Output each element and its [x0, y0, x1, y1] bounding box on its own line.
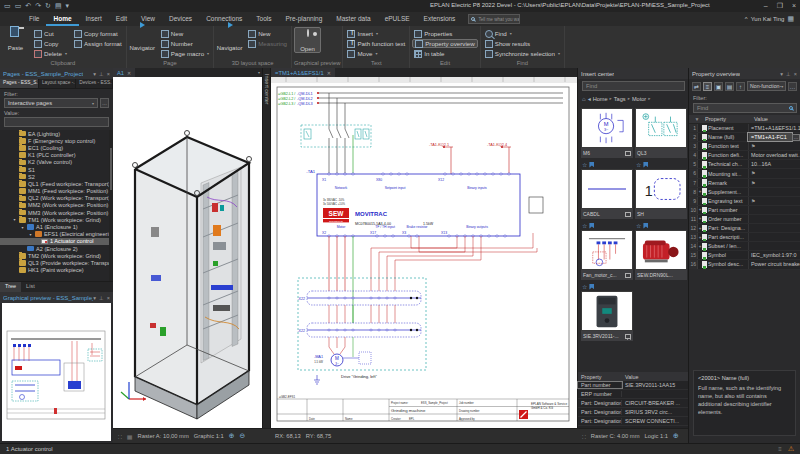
move-button[interactable]: Move▾: [345, 49, 407, 58]
insert-center-collapsed-tab[interactable]: Insert center: [262, 68, 271, 428]
expand-arrow[interactable]: ▾: [12, 217, 17, 222]
part-property-row[interactable]: Part: Designation 1 CIRCUIT-BREAKER ...: [578, 399, 688, 408]
tree-item[interactable]: ▾ EFS1 (Electrical engineerin...: [0, 231, 109, 238]
schematic-canvas[interactable]: =GB2-L1 / =GB2-L2 / =GB2-L3 / -QM-DL1 -Q…: [271, 77, 577, 428]
bookmark-icon[interactable]: [589, 162, 594, 168]
crumb-home[interactable]: Home: [593, 96, 608, 102]
tree-item[interactable]: S1: [0, 166, 109, 173]
close-tab-icon[interactable]: ✕: [327, 70, 331, 76]
open-preview-button[interactable]: Open: [294, 27, 321, 53]
measuring-button[interactable]: Measuring: [246, 39, 289, 48]
column-header-value[interactable]: Value: [754, 116, 768, 122]
synchronize-selection-button[interactable]: Synchronize selection▾: [483, 49, 562, 58]
ribbon-tab[interactable]: Devices: [162, 13, 199, 26]
tree-item[interactable]: S2: [0, 173, 109, 180]
pin-icon[interactable]: ⊥: [786, 71, 791, 77]
copy-icon[interactable]: ▣: [714, 82, 723, 91]
tab-3d-layout[interactable]: A1✕: [113, 68, 135, 77]
snap-icon[interactable]: ∷: [118, 433, 122, 440]
back-icon[interactable]: ◂: [588, 95, 591, 102]
property-row[interactable]: 12 + Part: Designa... …: [689, 224, 800, 233]
bookmark-icon[interactable]: [643, 223, 648, 229]
panel-menu-icon[interactable]: ▾: [93, 295, 96, 301]
favorite-star-icon[interactable]: ☆: [636, 222, 641, 229]
property-row[interactable]: 4 Function defi... Motor overload swit..…: [689, 151, 800, 160]
show-results-button[interactable]: Show results: [483, 39, 562, 48]
panel-menu-icon[interactable]: ▾: [780, 71, 783, 77]
property-row[interactable]: 2 Name (full) =TM1+A1-FC1 …: [689, 133, 800, 142]
tab-tree[interactable]: Tree: [0, 282, 21, 292]
property-row[interactable]: 6 Mounting sit... …: [689, 169, 800, 178]
pin-icon[interactable]: ⊥: [99, 71, 104, 77]
property-row[interactable]: 11 + Order number …: [689, 215, 800, 224]
tree-item[interactable]: ▾ A1 (Enclosure 1): [0, 223, 109, 230]
part-property-row[interactable]: ERP number: [578, 390, 688, 399]
in-table-button[interactable]: In table: [412, 49, 478, 58]
value-input[interactable]: [4, 117, 109, 127]
tree-item[interactable]: EC1 (Cooling): [0, 144, 109, 151]
find-button[interactable]: Find▾: [483, 29, 562, 38]
refresh-icon[interactable]: ↻: [45, 2, 51, 10]
swap-icon[interactable]: ⇄: [692, 82, 701, 91]
close-icon[interactable]: ×: [107, 295, 110, 301]
tab-schematic[interactable]: =TM1+A1&EFS1/1✕: [271, 68, 335, 77]
property-row[interactable]: 8 + Supplement... …: [689, 188, 800, 197]
zoom-in-icon[interactable]: ⊕: [673, 432, 679, 440]
property-row[interactable]: 10 + Part number …: [689, 206, 800, 215]
ribbon-tab[interactable]: Tools: [249, 13, 278, 26]
ribbon-tab[interactable]: Connections: [199, 13, 249, 26]
favorite-star-icon[interactable]: ☆: [582, 161, 587, 168]
tell-me-search[interactable]: [468, 14, 520, 24]
page-macro-button[interactable]: Page macro▾: [159, 49, 211, 58]
tree-item[interactable]: MM1 (Feed workpiece: Position): [0, 188, 109, 195]
close-tab-icon[interactable]: ✕: [127, 70, 131, 76]
ribbon-tab[interactable]: Pre-planning: [278, 13, 329, 26]
part-property-row[interactable]: Part: Designation 2 SIRIUS 3RV2 circ...: [578, 408, 688, 417]
tree-item[interactable]: 1 Actuator control: [0, 238, 109, 245]
properties-button[interactable]: Properties: [412, 29, 478, 38]
tree-item[interactable]: TM2 (Work workpiece: Grind): [0, 252, 109, 259]
pin-icon[interactable]: ⊥: [99, 295, 104, 301]
path-function-text-button[interactable]: Path function text: [345, 39, 407, 48]
panel-menu-icon[interactable]: ▾: [93, 71, 96, 77]
property-row[interactable]: 3 Function text …: [689, 142, 800, 151]
minimize-button[interactable]: –: [764, 2, 768, 10]
list-icon[interactable]: ▤: [55, 2, 62, 10]
insert-item[interactable]: M 3~ M6: [581, 108, 633, 158]
ribbon-tab[interactable]: Master data: [329, 13, 377, 26]
assign-format-button[interactable]: Assign format: [72, 39, 124, 48]
crumb-motor[interactable]: Motor: [632, 96, 646, 102]
expand-arrow[interactable]: ▾: [20, 225, 25, 230]
qat-dropdown-icon[interactable]: ▾: [66, 2, 70, 10]
insert-center-find-input[interactable]: [582, 81, 685, 91]
favorite-star-icon[interactable]: ☆: [636, 161, 641, 168]
favorite-star-icon[interactable]: ☆: [582, 283, 587, 290]
restore-button[interactable]: ❐: [777, 2, 783, 10]
tree-item[interactable]: A2 (Enclosure 2): [0, 245, 109, 252]
tree-item[interactable]: QL2 (Work workpiece: Transport): [0, 195, 109, 202]
zoom-out-icon[interactable]: ⊖: [240, 432, 246, 440]
number-button[interactable]: Number: [159, 39, 211, 48]
part-property-row[interactable]: Part number SIE.3RV2011-1AA15: [578, 381, 688, 390]
page-navigator-button[interactable]: Navigator: [129, 27, 156, 51]
ribbon-tab[interactable]: Edit: [109, 13, 134, 26]
preview-canvas[interactable]: [2, 303, 111, 441]
ribbon-tab[interactable]: View: [134, 13, 162, 26]
paste-button[interactable]: Paste: [2, 27, 29, 51]
tree-item[interactable]: HK1 (Paint workpiece): [0, 267, 109, 274]
column-header-property[interactable]: Property: [578, 374, 622, 380]
close-icon[interactable]: ×: [794, 71, 797, 77]
messages-icon[interactable]: ≡: [778, 446, 782, 452]
layout-navigator-button[interactable]: Navigator: [216, 27, 243, 51]
property-overview-button[interactable]: Property overview: [412, 39, 478, 48]
ribbon-tab[interactable]: Home: [46, 13, 78, 26]
user-area[interactable]: ^ Yun Kai Ting ▦: [745, 15, 800, 23]
new-document-icon[interactable]: ▭: [4, 2, 11, 10]
ribbon-tab[interactable]: File: [22, 13, 46, 26]
apps-grid-icon[interactable]: ▦: [787, 15, 794, 23]
tree-item[interactable]: K1 (PLC controller): [0, 152, 109, 159]
copy-button[interactable]: Copy: [32, 39, 69, 48]
insert-item[interactable]: ☆ CABDL: [581, 160, 633, 219]
copy-format-button[interactable]: Copy format: [72, 29, 124, 38]
tab-layout-space[interactable]: Layout space -...: [39, 79, 76, 88]
